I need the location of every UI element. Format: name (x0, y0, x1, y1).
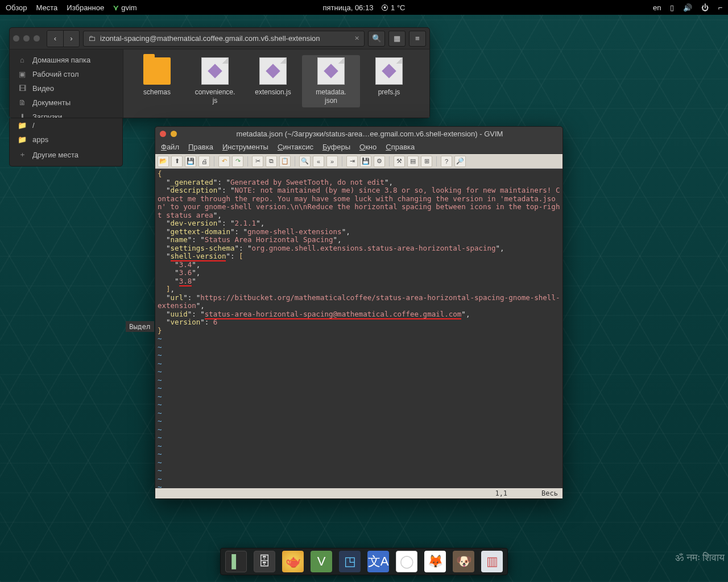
file-item[interactable]: prefs.js (360, 55, 418, 99)
sidebar-item-3[interactable]: 🗎Документы (10, 95, 123, 110)
cut-icon[interactable]: ✂ (252, 156, 263, 167)
file-label: extension.js (245, 88, 301, 97)
sidebar-item-label: Загрузки (32, 113, 62, 118)
minimize-button[interactable] (171, 131, 177, 137)
gvim-statusline: 1,1 Весь (155, 488, 562, 498)
dock-app-gvim[interactable]: V (311, 551, 332, 572)
file-label: convenience.js (187, 88, 243, 105)
sidebar-item-icon: ⌂ (18, 56, 27, 64)
favorites-menu[interactable]: Избранное (67, 3, 104, 12)
sidebar-item-icon: ＋ (18, 149, 27, 160)
places-menu[interactable]: Места (36, 3, 58, 12)
close-dot[interactable] (13, 35, 19, 41)
dock-app-chromium[interactable]: ◯ (396, 551, 417, 572)
min-dot[interactable] (23, 35, 30, 41)
sidebar-extra-item-0[interactable]: 📁/ (10, 118, 122, 132)
sidebar-item-label: Видео (32, 84, 54, 93)
sidebar-item-label: Домашняя папка (32, 56, 90, 64)
close-button[interactable] (160, 131, 166, 137)
dock-app-gimp[interactable]: 🐶 (453, 551, 474, 572)
session-save-icon[interactable]: 💾 (360, 156, 371, 167)
volume-icon[interactable]: 🔊 (683, 3, 692, 12)
print-icon[interactable]: 🖨 (198, 156, 210, 167)
gvim-text-area[interactable]: { "_generated": "Generated by SweetTooth… (155, 169, 562, 488)
menu-item-Правка[interactable]: Правка (188, 143, 213, 151)
file-label: metadata.json (303, 88, 359, 105)
corner-icon[interactable]: ⌐ (718, 3, 722, 12)
gvim-window: metadata.json (~/Загрузки/status-area…ee… (155, 126, 563, 499)
copy-icon[interactable]: ⧉ (266, 156, 277, 167)
max-dot[interactable] (34, 35, 40, 41)
sidebar-item-4[interactable]: ⬇Загрузки (10, 110, 123, 118)
active-app[interactable]: ⋎gvim (113, 3, 136, 12)
location-text: izontal-spacing@mathematical.coffee.gmai… (100, 34, 320, 43)
sidebar-extra-item-1[interactable]: 📁apps (10, 132, 122, 147)
file-item[interactable]: metadata.json (302, 55, 360, 107)
menu-item-Файл[interactable]: Файл (161, 143, 179, 151)
paste-icon[interactable]: 📋 (279, 156, 291, 167)
findnext-icon[interactable]: « (313, 156, 324, 167)
file-item[interactable]: schemas (128, 55, 186, 99)
sidebar-item-0[interactable]: ⌂Домашняя папка (10, 53, 123, 67)
weather-indicator[interactable]: ⦿ 1 °C (381, 3, 405, 12)
sidebar-item-label: / (32, 121, 35, 130)
menu-item-Синтаксис[interactable]: Синтаксис (278, 143, 313, 151)
hamburger-menu-button[interactable]: ≡ (409, 31, 426, 47)
desktop-watermark: ॐ नमः शिवाय (675, 552, 725, 564)
dock-app-firefox[interactable]: 🦊 (424, 551, 446, 572)
dock-app-files[interactable]: 🗄 (254, 551, 275, 572)
sidebar-extra-item-2[interactable]: ＋Другие места (10, 147, 122, 163)
file-label: prefs.js (361, 88, 417, 97)
find-icon[interactable]: 🔍 (299, 156, 311, 167)
sidebar-item-icon: ▣ (18, 70, 27, 78)
file-item[interactable]: extension.js (244, 55, 302, 99)
make-icon[interactable]: ⚒ (394, 156, 405, 167)
shell-icon[interactable]: ⊞ (421, 156, 432, 167)
menu-item-Справка[interactable]: Справка (386, 143, 415, 151)
folder-icon: 🗀 (88, 34, 96, 43)
dock-app-teapot[interactable]: 🫖 (282, 551, 304, 572)
file-label: schemas (129, 88, 185, 97)
battery-icon[interactable]: ▯ (670, 3, 674, 12)
saveall-icon[interactable]: 💾 (185, 156, 196, 167)
menu-item-Буферы[interactable]: Буферы (322, 143, 350, 151)
bottom-dock: ▌ 🗄 🫖 V ◳ 文A ◯ 🦊 🐶 ▥ (220, 548, 508, 575)
sidebar-item-label: Другие места (32, 151, 78, 159)
power-icon[interactable]: ⏻ (701, 3, 709, 12)
undo-icon[interactable]: ↶ (218, 156, 230, 167)
gvim-titlebar: metadata.json (~/Загрузки/status-area…ee… (155, 127, 562, 140)
keyboard-layout-indicator[interactable]: en (653, 3, 661, 12)
sidebar-item-icon: 🗎 (18, 98, 27, 107)
redo-icon[interactable]: ↷ (232, 156, 243, 167)
clear-location-icon[interactable]: ⨯ (354, 35, 359, 42)
search-button[interactable]: 🔍 (368, 31, 385, 47)
file-manager-sidebar: ⌂Домашняя папка▣Рабочий стол🎞Видео🗎Докум… (10, 49, 123, 118)
clock[interactable]: пятница, 06:13 (323, 3, 374, 12)
open-icon[interactable]: 📂 (158, 156, 169, 167)
dock-app-virtualbox[interactable]: ◳ (339, 551, 361, 572)
settings-icon[interactable]: ⚙ (374, 156, 385, 167)
help-icon[interactable]: ? (441, 156, 452, 167)
menu-item-Инструменты[interactable]: Инструменты (222, 143, 268, 151)
search-help-icon[interactable]: 🔎 (454, 156, 466, 167)
sidebar-item-2[interactable]: 🎞Видео (10, 81, 123, 95)
file-item[interactable]: convenience.js (186, 55, 244, 107)
dock-app-libreoffice[interactable]: ▥ (481, 551, 503, 572)
nav-forward-button[interactable]: › (63, 31, 79, 47)
file-manager-window: ‹ › 🗀 izontal-spacing@mathematical.coffe… (9, 27, 430, 118)
tags-icon[interactable]: ▤ (407, 156, 419, 167)
dock-app-translate[interactable]: 文A (367, 551, 389, 572)
findprev-icon[interactable]: » (326, 156, 338, 167)
nav-back-button[interactable]: ‹ (47, 31, 63, 47)
view-grid-button[interactable]: ▦ (388, 31, 406, 47)
dock-app-terminal[interactable]: ▌ (225, 551, 247, 572)
session-load-icon[interactable]: ⇥ (346, 156, 358, 167)
gvim-menubar: ФайлПравкаИнструментыСинтаксисБуферыОкно… (155, 140, 562, 154)
location-bar[interactable]: 🗀 izontal-spacing@mathematical.coffee.gm… (83, 31, 365, 47)
file-manager-icon-view[interactable]: schemasconvenience.jsextension.jsmetadat… (123, 49, 429, 118)
menu-item-Окно[interactable]: Окно (359, 143, 377, 151)
save-icon[interactable]: ⬆ (171, 156, 183, 167)
activities-button[interactable]: Обзор (6, 3, 27, 12)
sidebar-item-1[interactable]: ▣Рабочий стол (10, 67, 123, 81)
scroll-position: Весь (541, 489, 558, 497)
